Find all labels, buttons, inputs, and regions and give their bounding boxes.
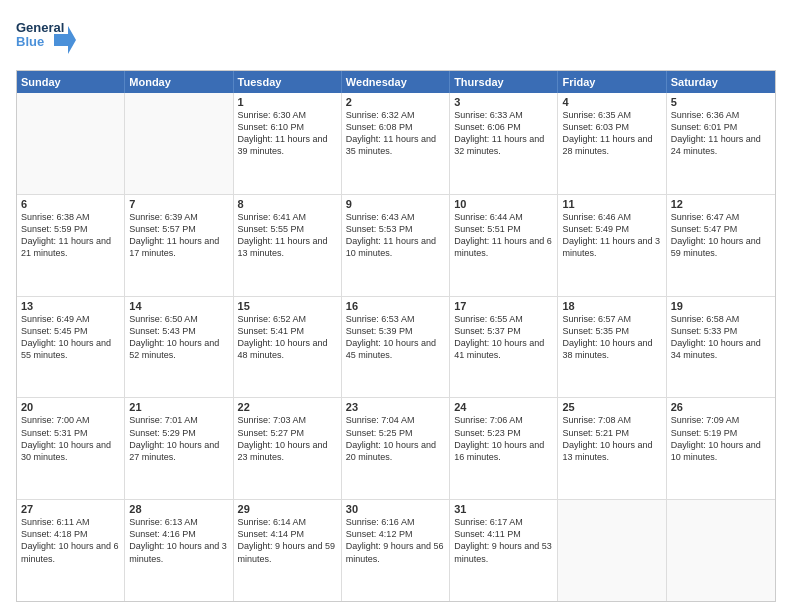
calendar-cell: 12Sunrise: 6:47 AM Sunset: 5:47 PM Dayli… <box>667 195 775 296</box>
calendar-row: 20Sunrise: 7:00 AM Sunset: 5:31 PM Dayli… <box>17 397 775 499</box>
weekday-header: Wednesday <box>342 71 450 93</box>
weekday-header: Tuesday <box>234 71 342 93</box>
svg-text:Blue: Blue <box>16 34 44 49</box>
cell-info: Sunrise: 6:36 AM Sunset: 6:01 PM Dayligh… <box>671 109 771 158</box>
calendar-cell: 28Sunrise: 6:13 AM Sunset: 4:16 PM Dayli… <box>125 500 233 601</box>
calendar-cell: 29Sunrise: 6:14 AM Sunset: 4:14 PM Dayli… <box>234 500 342 601</box>
calendar-cell: 30Sunrise: 6:16 AM Sunset: 4:12 PM Dayli… <box>342 500 450 601</box>
cell-info: Sunrise: 7:01 AM Sunset: 5:29 PM Dayligh… <box>129 414 228 463</box>
cell-info: Sunrise: 6:44 AM Sunset: 5:51 PM Dayligh… <box>454 211 553 260</box>
cell-info: Sunrise: 6:55 AM Sunset: 5:37 PM Dayligh… <box>454 313 553 362</box>
cell-info: Sunrise: 6:43 AM Sunset: 5:53 PM Dayligh… <box>346 211 445 260</box>
calendar-cell: 22Sunrise: 7:03 AM Sunset: 5:27 PM Dayli… <box>234 398 342 499</box>
cell-info: Sunrise: 6:13 AM Sunset: 4:16 PM Dayligh… <box>129 516 228 565</box>
day-number: 27 <box>21 503 120 515</box>
day-number: 26 <box>671 401 771 413</box>
calendar-row: 27Sunrise: 6:11 AM Sunset: 4:18 PM Dayli… <box>17 499 775 601</box>
cell-info: Sunrise: 6:14 AM Sunset: 4:14 PM Dayligh… <box>238 516 337 565</box>
day-number: 23 <box>346 401 445 413</box>
logo-icon: General Blue <box>16 16 76 60</box>
calendar-cell <box>17 93 125 194</box>
day-number: 11 <box>562 198 661 210</box>
calendar-header: SundayMondayTuesdayWednesdayThursdayFrid… <box>17 71 775 93</box>
calendar-cell: 17Sunrise: 6:55 AM Sunset: 5:37 PM Dayli… <box>450 297 558 398</box>
day-number: 28 <box>129 503 228 515</box>
day-number: 4 <box>562 96 661 108</box>
cell-info: Sunrise: 6:38 AM Sunset: 5:59 PM Dayligh… <box>21 211 120 260</box>
cell-info: Sunrise: 6:33 AM Sunset: 6:06 PM Dayligh… <box>454 109 553 158</box>
calendar-cell: 27Sunrise: 6:11 AM Sunset: 4:18 PM Dayli… <box>17 500 125 601</box>
logo: General Blue <box>16 16 76 60</box>
cell-info: Sunrise: 7:04 AM Sunset: 5:25 PM Dayligh… <box>346 414 445 463</box>
cell-info: Sunrise: 7:03 AM Sunset: 5:27 PM Dayligh… <box>238 414 337 463</box>
weekday-header: Thursday <box>450 71 558 93</box>
day-number: 9 <box>346 198 445 210</box>
calendar-cell: 24Sunrise: 7:06 AM Sunset: 5:23 PM Dayli… <box>450 398 558 499</box>
calendar-cell: 10Sunrise: 6:44 AM Sunset: 5:51 PM Dayli… <box>450 195 558 296</box>
day-number: 24 <box>454 401 553 413</box>
calendar-cell: 23Sunrise: 7:04 AM Sunset: 5:25 PM Dayli… <box>342 398 450 499</box>
calendar-cell: 2Sunrise: 6:32 AM Sunset: 6:08 PM Daylig… <box>342 93 450 194</box>
day-number: 2 <box>346 96 445 108</box>
day-number: 21 <box>129 401 228 413</box>
weekday-header: Friday <box>558 71 666 93</box>
cell-info: Sunrise: 6:11 AM Sunset: 4:18 PM Dayligh… <box>21 516 120 565</box>
day-number: 14 <box>129 300 228 312</box>
calendar-cell: 31Sunrise: 6:17 AM Sunset: 4:11 PM Dayli… <box>450 500 558 601</box>
cell-info: Sunrise: 7:00 AM Sunset: 5:31 PM Dayligh… <box>21 414 120 463</box>
cell-info: Sunrise: 6:39 AM Sunset: 5:57 PM Dayligh… <box>129 211 228 260</box>
cell-info: Sunrise: 7:08 AM Sunset: 5:21 PM Dayligh… <box>562 414 661 463</box>
day-number: 29 <box>238 503 337 515</box>
calendar-body: 1Sunrise: 6:30 AM Sunset: 6:10 PM Daylig… <box>17 93 775 601</box>
day-number: 19 <box>671 300 771 312</box>
calendar-cell <box>125 93 233 194</box>
cell-info: Sunrise: 6:41 AM Sunset: 5:55 PM Dayligh… <box>238 211 337 260</box>
weekday-header: Saturday <box>667 71 775 93</box>
cell-info: Sunrise: 6:30 AM Sunset: 6:10 PM Dayligh… <box>238 109 337 158</box>
calendar-cell: 21Sunrise: 7:01 AM Sunset: 5:29 PM Dayli… <box>125 398 233 499</box>
day-number: 3 <box>454 96 553 108</box>
cell-info: Sunrise: 6:35 AM Sunset: 6:03 PM Dayligh… <box>562 109 661 158</box>
calendar-cell: 25Sunrise: 7:08 AM Sunset: 5:21 PM Dayli… <box>558 398 666 499</box>
calendar-cell: 14Sunrise: 6:50 AM Sunset: 5:43 PM Dayli… <box>125 297 233 398</box>
day-number: 13 <box>21 300 120 312</box>
cell-info: Sunrise: 6:47 AM Sunset: 5:47 PM Dayligh… <box>671 211 771 260</box>
day-number: 31 <box>454 503 553 515</box>
calendar-cell: 26Sunrise: 7:09 AM Sunset: 5:19 PM Dayli… <box>667 398 775 499</box>
cell-info: Sunrise: 7:06 AM Sunset: 5:23 PM Dayligh… <box>454 414 553 463</box>
calendar-cell: 3Sunrise: 6:33 AM Sunset: 6:06 PM Daylig… <box>450 93 558 194</box>
calendar-cell: 9Sunrise: 6:43 AM Sunset: 5:53 PM Daylig… <box>342 195 450 296</box>
day-number: 22 <box>238 401 337 413</box>
day-number: 30 <box>346 503 445 515</box>
page-container: General Blue SundayMondayTuesdayWednesda… <box>0 0 792 612</box>
day-number: 16 <box>346 300 445 312</box>
day-number: 17 <box>454 300 553 312</box>
cell-info: Sunrise: 6:53 AM Sunset: 5:39 PM Dayligh… <box>346 313 445 362</box>
day-number: 10 <box>454 198 553 210</box>
calendar: SundayMondayTuesdayWednesdayThursdayFrid… <box>16 70 776 602</box>
cell-info: Sunrise: 6:52 AM Sunset: 5:41 PM Dayligh… <box>238 313 337 362</box>
calendar-cell: 8Sunrise: 6:41 AM Sunset: 5:55 PM Daylig… <box>234 195 342 296</box>
cell-info: Sunrise: 6:16 AM Sunset: 4:12 PM Dayligh… <box>346 516 445 565</box>
weekday-header: Monday <box>125 71 233 93</box>
day-number: 6 <box>21 198 120 210</box>
cell-info: Sunrise: 6:58 AM Sunset: 5:33 PM Dayligh… <box>671 313 771 362</box>
day-number: 12 <box>671 198 771 210</box>
calendar-cell: 15Sunrise: 6:52 AM Sunset: 5:41 PM Dayli… <box>234 297 342 398</box>
day-number: 8 <box>238 198 337 210</box>
calendar-cell: 1Sunrise: 6:30 AM Sunset: 6:10 PM Daylig… <box>234 93 342 194</box>
cell-info: Sunrise: 6:32 AM Sunset: 6:08 PM Dayligh… <box>346 109 445 158</box>
cell-info: Sunrise: 6:57 AM Sunset: 5:35 PM Dayligh… <box>562 313 661 362</box>
page-header: General Blue <box>16 16 776 60</box>
calendar-cell: 18Sunrise: 6:57 AM Sunset: 5:35 PM Dayli… <box>558 297 666 398</box>
day-number: 15 <box>238 300 337 312</box>
weekday-header: Sunday <box>17 71 125 93</box>
calendar-cell: 11Sunrise: 6:46 AM Sunset: 5:49 PM Dayli… <box>558 195 666 296</box>
cell-info: Sunrise: 6:50 AM Sunset: 5:43 PM Dayligh… <box>129 313 228 362</box>
calendar-row: 1Sunrise: 6:30 AM Sunset: 6:10 PM Daylig… <box>17 93 775 194</box>
calendar-cell: 7Sunrise: 6:39 AM Sunset: 5:57 PM Daylig… <box>125 195 233 296</box>
calendar-cell: 20Sunrise: 7:00 AM Sunset: 5:31 PM Dayli… <box>17 398 125 499</box>
svg-text:General: General <box>16 20 64 35</box>
calendar-cell: 13Sunrise: 6:49 AM Sunset: 5:45 PM Dayli… <box>17 297 125 398</box>
cell-info: Sunrise: 7:09 AM Sunset: 5:19 PM Dayligh… <box>671 414 771 463</box>
